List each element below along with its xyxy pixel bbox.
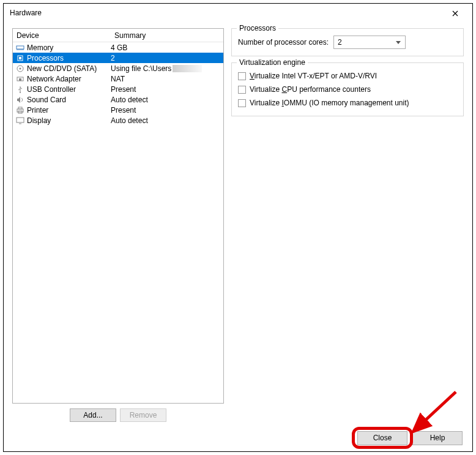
device-summary: Auto detect xyxy=(111,96,223,104)
device-summary: Using file C:\Users xyxy=(111,64,223,73)
checkbox-icon xyxy=(238,72,246,80)
memory-icon xyxy=(15,43,25,52)
virtualization-group-title: Virtualization engine xyxy=(237,58,308,67)
close-button[interactable]: Close xyxy=(357,431,407,445)
device-row-net[interactable]: Network AdapterNAT xyxy=(13,73,223,84)
usb-icon xyxy=(15,85,25,94)
processors-group-title: Processors xyxy=(237,24,278,32)
device-buttons: Add... Remove xyxy=(12,404,224,424)
device-summary: 2 xyxy=(111,54,223,62)
device-name: Sound Card xyxy=(27,96,111,104)
cores-select[interactable]: 2 xyxy=(333,36,406,49)
device-name: Printer xyxy=(27,106,111,115)
device-row-display[interactable]: DisplayAuto detect xyxy=(13,115,223,126)
content-area: Device Summary Memory4 GBProcessors2New … xyxy=(4,22,472,424)
cores-value: 2 xyxy=(338,38,342,47)
device-row-printer[interactable]: PrinterPresent xyxy=(13,105,223,115)
header-device[interactable]: Device xyxy=(13,29,111,42)
dialog-buttons: Close Help xyxy=(4,424,472,451)
checkbox-iommu[interactable]: Virtualize IOMMU (IO memory management u… xyxy=(238,96,457,110)
device-name: Network Adapter xyxy=(27,75,111,83)
device-name: Memory xyxy=(27,43,111,52)
device-name: Processors xyxy=(27,54,111,62)
device-summary: Present xyxy=(111,85,223,94)
svg-point-4 xyxy=(20,67,21,69)
device-summary: Auto detect xyxy=(111,116,223,125)
titlebar: Hardware xyxy=(4,4,472,22)
svg-rect-9 xyxy=(18,107,22,109)
device-summary: NAT xyxy=(111,75,223,83)
device-summary: Present xyxy=(111,106,223,115)
disc-icon xyxy=(15,64,25,73)
svg-rect-6 xyxy=(19,78,21,81)
device-list-header: Device Summary xyxy=(13,29,223,42)
svg-rect-11 xyxy=(17,118,24,122)
window-close-button[interactable] xyxy=(443,6,467,21)
settings-panel: Processors Number of processor cores: 2 … xyxy=(231,28,464,424)
display-icon xyxy=(15,116,25,125)
device-row-sound[interactable]: Sound CardAuto detect xyxy=(13,94,223,105)
svg-point-7 xyxy=(20,92,21,93)
checkbox-vt-x[interactable]: Virtualize Intel VT-x/EPT or AMD-V/RVI xyxy=(238,69,457,83)
cpu-icon xyxy=(15,54,25,62)
device-row-cpu[interactable]: Processors2 xyxy=(13,53,223,63)
hardware-dialog: Hardware Device Summary Memory4 GBProces… xyxy=(3,3,473,452)
help-button[interactable]: Help xyxy=(412,431,463,445)
device-panel: Device Summary Memory4 GBProcessors2New … xyxy=(12,28,224,424)
sound-icon xyxy=(15,96,25,104)
virtualization-group: Virtualization engine Virtualize Intel V… xyxy=(231,62,464,116)
checkbox-icon xyxy=(238,99,246,107)
processors-group: Processors Number of processor cores: 2 xyxy=(231,28,464,56)
cores-label: Number of processor cores: xyxy=(238,38,329,47)
device-name: Display xyxy=(27,116,111,125)
printer-icon xyxy=(15,106,25,115)
device-name: New CD/DVD (SATA) xyxy=(27,64,111,73)
add-button[interactable]: Add... xyxy=(70,408,116,422)
device-list[interactable]: Device Summary Memory4 GBProcessors2New … xyxy=(12,28,224,404)
checkbox-cpu-counters[interactable]: Virtualize CPU performance counters xyxy=(238,83,457,96)
window-title: Hardware xyxy=(10,9,42,17)
remove-button: Remove xyxy=(120,408,166,422)
checkbox-icon xyxy=(238,86,246,94)
device-row-disc[interactable]: New CD/DVD (SATA)Using file C:\Users xyxy=(13,63,223,73)
svg-rect-2 xyxy=(19,57,21,59)
net-icon xyxy=(15,75,25,83)
device-summary: 4 GB xyxy=(111,43,223,52)
close-icon xyxy=(452,10,458,17)
device-name: USB Controller xyxy=(27,85,111,94)
header-summary[interactable]: Summary xyxy=(111,29,223,42)
svg-rect-0 xyxy=(17,46,24,49)
device-row-usb[interactable]: USB ControllerPresent xyxy=(13,84,223,94)
device-row-memory[interactable]: Memory4 GB xyxy=(13,42,223,53)
